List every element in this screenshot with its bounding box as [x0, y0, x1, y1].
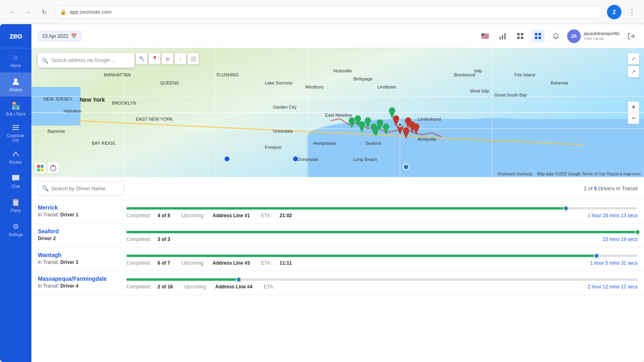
map-icon[interactable] — [532, 30, 545, 43]
map-ctrl-1[interactable]: 🔧 — [136, 53, 147, 64]
svg-rect-1 — [12, 125, 19, 126]
home-icon: ⌂ — [11, 53, 20, 62]
forward-button[interactable]: → — [23, 6, 34, 18]
date-badge: 23 Apr 2022 📅 — [38, 31, 81, 41]
svg-rect-13 — [535, 37, 537, 39]
back-button[interactable]: ← — [6, 6, 18, 18]
svg-rect-8 — [521, 33, 523, 35]
driver-status: In Transit: — [38, 212, 60, 218]
driver-progress-area-seaford: Completed:3 of 3 23 mins 19 secs — [126, 228, 638, 242]
sidebar-item-plans[interactable]: 📋 Plans — [0, 193, 31, 217]
driver-eta-merrick: 1 hour 28 mins 13 secs — [588, 213, 638, 218]
flag-icon[interactable]: 🇺🇸 — [479, 30, 491, 43]
zoom-in-button[interactable]: + — [628, 101, 639, 113]
sidebar-item-drivers[interactable]: Drivers — [0, 72, 31, 97]
driver-info-row-seaford: Completed:3 of 3 — [126, 237, 170, 242]
map-ctrl-2[interactable]: 📍 — [149, 53, 160, 64]
user-info[interactable]: JA jayautotransportlic Fleet Owner — [567, 29, 620, 43]
driver-progress-dot-massapequa — [236, 277, 242, 282]
map-search-bar[interactable]: 🔍 Search address via Google ... — [38, 53, 134, 68]
completed-val: 6 of 7 — [157, 260, 170, 266]
driver-row-massapequa: Massapequa/Farmingdale In Transit: Drive… — [31, 271, 644, 295]
drivers-count: 1 of 5 Drivers in Transit — [584, 185, 638, 191]
driver-label: Driver 4 — [60, 283, 78, 289]
routes-icon — [11, 150, 20, 158]
svg-rect-2 — [12, 127, 19, 128]
map-search-text: Search address via Google ... — [52, 58, 115, 63]
map-share-btn[interactable]: ↗ — [628, 66, 639, 77]
driver-search-bar: 🔍 1 of 5 Drivers in Transit — [31, 177, 644, 200]
svg-rect-32 — [37, 169, 40, 171]
calendar-icon: 📅 — [71, 33, 77, 39]
map-expand-btn[interactable]: ⤢ — [628, 53, 639, 64]
top-bar: 23 Apr 2022 📅 🇺🇸 JA — [31, 24, 644, 48]
driver-name-link-merrick[interactable]: Merrick — [38, 204, 58, 211]
address-text: app.zeoroute.com — [70, 9, 111, 15]
driver-name-link-seaford[interactable]: Seaford — [38, 228, 59, 234]
driver-subtitle-merrick: In Transit: Driver 1 — [38, 212, 126, 218]
map-area: New York MANHATTAN BROOKLYN QUEENS FLUSH… — [31, 48, 644, 177]
sidebar-item-settings[interactable]: ⚙ Settings — [0, 217, 31, 241]
driver-progress-fill-massapequa — [126, 278, 239, 281]
chart-icon[interactable] — [496, 30, 509, 43]
map-zoom-controls: + − — [628, 101, 639, 124]
avatar: JA — [567, 29, 581, 43]
svg-rect-33 — [41, 169, 43, 171]
sidebar-item-chat[interactable]: Chat — [0, 169, 31, 193]
driver-panel: 🔍 1 of 5 Drivers in Transit Merrick In T… — [31, 177, 644, 362]
chat-icon — [11, 174, 20, 183]
map-ctrl-4[interactable]: ↓ — [175, 53, 186, 64]
sidebar-logo: zeo — [0, 24, 31, 48]
driver-progress-track-massapequa — [126, 278, 638, 281]
svg-rect-5 — [502, 35, 503, 39]
driver-label: Driver 3 — [60, 259, 78, 265]
driver-progress-track-merrick — [126, 207, 638, 210]
drivers-count-text: 1 of 5 Drivers in Transit — [584, 185, 638, 191]
sidebar-item-customer-list[interactable]: CustomerList — [0, 121, 31, 145]
upcoming-label: Upcoming: — [182, 260, 204, 266]
sidebar-item-home[interactable]: ⌂ Home — [0, 48, 31, 72]
upcoming-address: Address Line #1 — [213, 213, 250, 218]
sidebar-item-routes[interactable]: Routes — [0, 145, 31, 169]
map-ctrl-3[interactable]: ◎ — [162, 53, 173, 64]
driver-row-meta: Seaford Driver 2 Completed:3 of 3 23 min… — [38, 228, 638, 242]
driver-progress-area-massapequa: Completed:2 of 16Upcoming:Address Line #… — [126, 275, 638, 290]
drivers-icon — [11, 77, 20, 86]
sidebar-item-sub-store[interactable]: 🏪 Sub | Store — [0, 97, 31, 121]
svg-rect-12 — [539, 33, 541, 35]
map-ctrl-5[interactable]: ⬜ — [188, 53, 199, 64]
driver-info-row-merrick: Completed:4 of 8Upcoming:Address Line #1… — [126, 213, 292, 218]
completed-label: Completed: — [126, 213, 151, 218]
completed-label: Completed: — [126, 284, 151, 290]
map-logo-2 — [47, 162, 59, 174]
sidebar-label-drivers: Drivers — [9, 88, 22, 92]
user-role: Fleet Owner — [584, 37, 620, 41]
driver-name-col: Massapequa/Farmingdale In Transit: Drive… — [38, 275, 126, 289]
sidebar: zeo ⌂ Home Drivers 🏪 Sub | Store Custome… — [0, 24, 31, 362]
driver-progress-track-seaford — [126, 231, 638, 233]
driver-name-link-wantagh[interactable]: Wantagh — [38, 252, 62, 258]
browser-profile[interactable]: Z — [607, 5, 621, 19]
driver-name-link-massapequa[interactable]: Massapequa/Farmingdale — [38, 276, 107, 282]
map-pins-svg — [31, 48, 644, 177]
logout-icon[interactable] — [625, 30, 638, 43]
notification-bell-icon[interactable] — [549, 30, 562, 43]
browser-menu-button[interactable]: ⋮ — [626, 6, 638, 19]
driver-name-col: Merrick In Transit: Driver 1 — [38, 204, 126, 218]
driver-info-row-massapequa: Completed:2 of 16Upcoming:Address Line #… — [126, 284, 274, 290]
map-attribution: Keyboard shortcuts Map data ©2022 Google… — [498, 172, 641, 176]
svg-point-26 — [225, 156, 229, 161]
date-text: 23 Apr 2022 — [42, 33, 68, 39]
zoom-out-button[interactable]: − — [628, 113, 639, 124]
svg-rect-3 — [12, 129, 19, 130]
reload-button[interactable]: ↻ — [39, 6, 50, 18]
map-top-controls: 🔧 📍 ◎ ↓ ⬜ — [136, 53, 199, 64]
driver-search-input[interactable] — [38, 181, 124, 195]
grid-icon[interactable] — [514, 30, 527, 43]
address-bar[interactable]: 🔒 app.zeoroute.com — [55, 6, 602, 19]
driver-progress-area-merrick: Completed:4 of 8Upcoming:Address Line #1… — [126, 204, 638, 218]
svg-rect-10 — [521, 37, 523, 39]
lock-icon: 🔒 — [60, 9, 66, 15]
completed-val: 3 of 3 — [157, 237, 170, 242]
driver-row-meta: Wantagh In Transit: Driver 3 Completed:6… — [38, 251, 638, 266]
